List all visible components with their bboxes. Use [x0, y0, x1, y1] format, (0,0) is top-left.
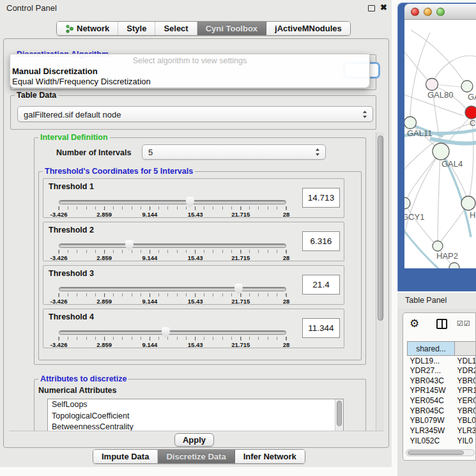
slider-minor-ticks [59, 293, 287, 296]
algorithm-dropdown-popup: Select algorithm to view settings Manual… [10, 54, 370, 88]
algorithm-option-manual[interactable]: Manual Discretization [12, 66, 98, 76]
threshold-1-value-field[interactable]: 14.713 [302, 188, 340, 208]
network-node-label: C [470, 118, 475, 128]
table-row[interactable]: YIL052CYIL0 [408, 436, 476, 446]
tab-impute-data[interactable]: Impute Data [93, 450, 158, 463]
table-data-group: Table Data galFiltered.sif default node [10, 95, 376, 130]
table-row[interactable]: YBR045CYBR0 [408, 406, 476, 416]
list-item[interactable]: BetweennessCentrality [48, 422, 343, 431]
threshold-panel-4: Threshold 4 -3.426 2.859 9.144 15.43 21.… [43, 309, 344, 348]
attributes-group-title: Attributes to discretize [38, 374, 128, 383]
network-graph: GAL80GACGAL11GAL4GCY1HHAP2 [404, 20, 476, 268]
list-item[interactable]: SelfLoops [48, 399, 343, 411]
table-row[interactable]: YER054CYER0 [408, 395, 476, 406]
numerical-attributes-list[interactable]: SelfLoops TopologicalCoefficient Between… [47, 399, 344, 431]
settings-scroll-viewport: Interval Definition Number of Intervals … [9, 132, 384, 431]
interval-definition-group-title: Interval Definition [38, 133, 110, 142]
tab-select[interactable]: Select [155, 22, 197, 35]
table-row[interactable]: YPR145WYPR1 [408, 386, 476, 396]
network-graph-icon [65, 24, 73, 33]
tab-infer-network[interactable]: Infer Network [235, 450, 305, 463]
column-header-name[interactable]: na [455, 342, 476, 356]
settings-scrollbar-thumb[interactable] [378, 135, 383, 321]
number-of-intervals-combo[interactable]: 5 [142, 144, 326, 160]
table-panel-title: Table Panel [405, 296, 447, 305]
thresholds-group-title: Threshold's Coordinates for 5 Intervals [43, 167, 195, 176]
table-horizontal-scrollbar[interactable] [406, 449, 475, 456]
slider-track[interactable] [59, 330, 286, 335]
list-item[interactable]: TopologicalCoefficient [48, 411, 343, 422]
cyni-bottom-tabbar: Impute Data Discretize Data Infer Networ… [93, 449, 305, 464]
network-window-titlebar[interactable] [404, 4, 476, 20]
network-node[interactable] [433, 143, 449, 160]
network-canvas[interactable]: GAL80GACGAL11GAL4GCY1HHAP2 [404, 20, 476, 268]
network-node-label: H [470, 210, 475, 220]
control-panel-tabbar: Network Style Select Cyni Toolbox jActiv… [56, 21, 351, 36]
list-scrollbar-thumb[interactable] [337, 401, 342, 426]
threshold-4-slider[interactable]: -3.426 2.859 9.144 15.43 21.715 28 [59, 326, 286, 348]
number-of-intervals-label: Number of Intervals [56, 148, 131, 157]
minimize-traffic-light[interactable] [424, 8, 432, 16]
table-row[interactable]: YBL079WYBL0 [408, 416, 476, 426]
settings-vertical-scrollbar[interactable] [376, 132, 384, 431]
list-scrollbar[interactable] [335, 399, 343, 431]
column-header-shared[interactable]: shared... [408, 342, 455, 356]
slider-minor-ticks [59, 337, 287, 340]
network-view-window: GAL80GACGAL11GAL4GCY1HHAP2 [397, 3, 476, 291]
apply-button[interactable]: Apply [174, 433, 214, 447]
network-node[interactable] [426, 79, 438, 91]
slider-track[interactable] [59, 243, 286, 248]
threshold-3-slider[interactable]: -3.426 2.859 9.144 15.43 21.715 28 [59, 283, 286, 305]
float-window-icon[interactable] [368, 5, 375, 12]
cyni-toolbox-panel: Discretization Algorithm Select algorith… [3, 38, 389, 448]
threshold-1-slider[interactable]: -3.426 2.859 9.144 15.43 21.715 28 [59, 196, 286, 218]
table-panel-body: ⚙ ☑☑ shared... na YDL19...YDL1 YDR27...Y… [397, 309, 476, 476]
table-row[interactable]: YLR345WYLR3 [408, 426, 476, 436]
network-node[interactable] [461, 81, 473, 92]
thresholds-group: Threshold's Coordinates for 5 Intervals … [38, 171, 362, 360]
network-node[interactable] [461, 196, 475, 210]
table-data-combo[interactable]: galFiltered.sif default node [17, 106, 373, 122]
tab-style[interactable]: Style [118, 22, 155, 35]
network-node-label: GCY1 [404, 212, 424, 222]
attributes-group: Attributes to discretize Numerical Attri… [34, 379, 366, 431]
algorithm-hint-item: Select algorithm to view settings [10, 56, 369, 65]
slider-track[interactable] [59, 200, 286, 204]
algorithm-option-equal-width[interactable]: Equal Width/Frequency Discretization [12, 77, 151, 86]
close-window-icon[interactable]: ✖ [380, 3, 387, 12]
table-row[interactable]: YBR043CYBR0 [408, 376, 476, 386]
slider-minor-ticks [59, 206, 287, 210]
threshold-2-value-field[interactable]: 6.316 [302, 231, 340, 251]
gear-icon[interactable]: ⚙ [410, 317, 419, 330]
tab-jactivemnodules[interactable]: jActiveMNodules [266, 22, 350, 35]
columns-icon[interactable] [436, 319, 447, 329]
tab-cyni-toolbox[interactable]: Cyni Toolbox [197, 22, 266, 35]
table-row[interactable]: YDL19...YDL1 [408, 356, 476, 366]
threshold-2-slider[interactable]: -3.426 2.859 9.144 15.43 21.715 28 [59, 240, 286, 261]
network-node[interactable] [433, 241, 443, 251]
table-panel-titlebar: Table Panel [397, 293, 476, 309]
node-attribute-table: shared... na YDL19...YDL1 YDR27...YDR2 Y… [407, 341, 476, 446]
network-node[interactable] [465, 106, 476, 119]
network-node[interactable] [404, 117, 417, 129]
threshold-3-value-field[interactable]: 21.4 [302, 275, 340, 295]
tab-discretize-data[interactable]: Discretize Data [158, 450, 234, 463]
zoom-traffic-light[interactable] [436, 8, 445, 16]
network-node-label: GA [468, 92, 476, 102]
network-node-label: GAL4 [441, 159, 463, 169]
combo-stepper-icon [362, 111, 368, 118]
table-data-combo-value: galFiltered.sif default node [24, 109, 121, 119]
checkboxes-icon[interactable]: ☑☑ [457, 319, 471, 328]
threshold-4-value-field[interactable]: 11.344 [302, 318, 340, 338]
network-node-label: GAL80 [427, 90, 453, 100]
network-node[interactable] [404, 197, 410, 209]
table-row[interactable]: YDR27...YDR2 [408, 365, 476, 376]
slider-minor-ticks [59, 250, 287, 253]
tab-network[interactable]: Network [57, 22, 118, 35]
close-traffic-light[interactable] [411, 8, 419, 16]
threshold-panel-1: Threshold 1 -3.426 2.859 9.144 15.43 21.… [43, 178, 344, 218]
threshold-panel-2: Threshold 2 -3.426 2.859 9.144 15.43 21.… [43, 222, 344, 261]
table-scrollbar-thumb[interactable] [408, 450, 464, 455]
table-data-group-title: Table Data [15, 91, 58, 100]
slider-track[interactable] [59, 287, 286, 291]
